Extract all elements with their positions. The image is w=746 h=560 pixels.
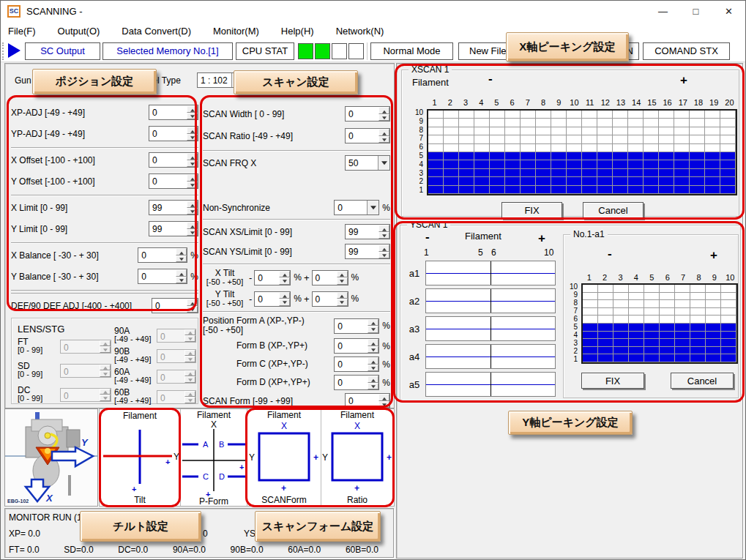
spinner-buttons[interactable] [279,271,290,285]
grid-cell[interactable] [490,119,505,127]
grid-cell[interactable] [659,169,674,177]
spinner-buttons[interactable] [337,292,348,306]
grid-cell[interactable] [720,186,736,194]
grid-cell[interactable] [521,169,536,177]
grid-cell[interactable] [675,300,690,308]
grid-cell[interactable] [629,293,644,301]
grid-cell[interactable] [598,293,613,301]
grid-cell[interactable] [490,135,505,143]
spin-down-icon[interactable] [187,160,198,168]
grid-cell[interactable] [644,324,660,332]
grid-cell[interactable] [597,119,613,127]
grid-cell[interactable] [690,308,706,316]
combo-box[interactable]: 0 [334,200,379,215]
grid-cell[interactable] [613,300,629,308]
grid-cell[interactable] [583,308,598,316]
spin-up-icon[interactable] [378,107,389,114]
grid-cell[interactable] [706,354,721,362]
grid-cell[interactable] [674,111,690,119]
grid-cell[interactable] [628,186,644,194]
spin-down-icon[interactable] [378,136,389,143]
grid-cell[interactable] [613,332,629,340]
xscan-grid[interactable] [427,109,737,195]
menu-item-monitorm[interactable]: Monitor(M) [213,26,259,37]
grid-cell[interactable] [644,135,659,143]
grid-cell[interactable] [582,111,597,119]
sc-output-button[interactable]: SC Output [25,42,100,60]
grid-cell[interactable] [675,285,690,293]
grid-cell[interactable] [659,111,674,119]
spinner[interactable]: 0 [138,247,187,263]
grid-cell[interactable] [551,160,567,168]
grid-cell[interactable] [721,308,736,316]
grid-cell[interactable] [644,119,659,127]
grid-cell[interactable] [705,169,720,177]
grid-cell[interactable] [628,111,644,119]
combo-box[interactable]: 50 [345,155,390,171]
spinner-buttons[interactable] [378,107,389,121]
spin-up-icon[interactable] [337,292,348,299]
grid-cell[interactable] [690,285,706,293]
grid-cell[interactable] [536,152,551,160]
grid-cell[interactable] [644,144,659,152]
grid-cell[interactable] [675,324,690,332]
spin-up-icon[interactable] [187,127,198,134]
grid-cell[interactable] [613,316,629,324]
grid-cell[interactable] [505,160,521,168]
grid-cell[interactable] [720,144,736,152]
grid-cell[interactable] [706,347,721,355]
grid-cell[interactable] [659,177,674,185]
grid-cell[interactable] [583,293,598,301]
spin-up-icon[interactable] [368,376,378,383]
spin-up-icon[interactable] [378,129,389,136]
grid-cell[interactable] [659,127,674,135]
grid-cell[interactable] [706,308,721,316]
spinner[interactable]: 99 [149,200,198,215]
spinner-buttons[interactable] [176,269,187,283]
spin-up-icon[interactable] [378,225,389,232]
grid-cell[interactable] [474,152,490,160]
spinner[interactable]: 99 [345,224,390,239]
grid-cell[interactable] [644,169,659,177]
grid-cell[interactable] [613,339,629,347]
grid-cell[interactable] [521,127,536,135]
grid-cell[interactable] [567,144,582,152]
grid-cell[interactable] [582,152,597,160]
yscan-strip[interactable] [425,261,556,285]
grid-cell[interactable] [551,111,567,119]
grid-cell[interactable] [644,300,660,308]
grid-cell[interactable] [675,354,690,362]
grid-cell[interactable] [551,186,567,194]
grid-cell[interactable] [674,169,690,177]
spinner[interactable]: 0 [254,291,291,307]
grid-cell[interactable] [690,347,706,355]
spin-up-icon[interactable] [378,394,389,401]
grid-cell[interactable] [721,347,736,355]
grid-cell[interactable] [628,127,644,135]
tilt-settings-button[interactable]: チルト設定 [80,511,201,542]
grid-cell[interactable] [536,144,551,152]
no1-a1-grid[interactable] [581,283,738,364]
spin-up-icon[interactable] [187,299,198,306]
grid-cell[interactable] [597,135,613,143]
spin-up-icon[interactable] [187,153,198,160]
grid-cell[interactable] [598,339,613,347]
spinner[interactable]: 0 [152,298,198,313]
grid-cell[interactable] [644,111,659,119]
grid-cell[interactable] [644,293,660,301]
grid-cell[interactable] [660,285,675,293]
grid-cell[interactable] [720,127,736,135]
menu-item-dataconvertd[interactable]: Data Convert(D) [122,26,191,37]
grid-cell[interactable] [705,152,720,160]
grid-cell[interactable] [659,160,674,168]
play-icon[interactable] [8,43,20,58]
grid-cell[interactable] [628,152,644,160]
grid-cell[interactable] [690,169,705,177]
grid-cell[interactable] [644,354,660,362]
grid-cell[interactable] [675,316,690,324]
grid-cell[interactable] [521,186,536,194]
spinner-buttons[interactable] [337,271,348,285]
grid-cell[interactable] [690,135,705,143]
grid-cell[interactable] [583,316,598,324]
spinner[interactable]: 0 [334,356,379,372]
